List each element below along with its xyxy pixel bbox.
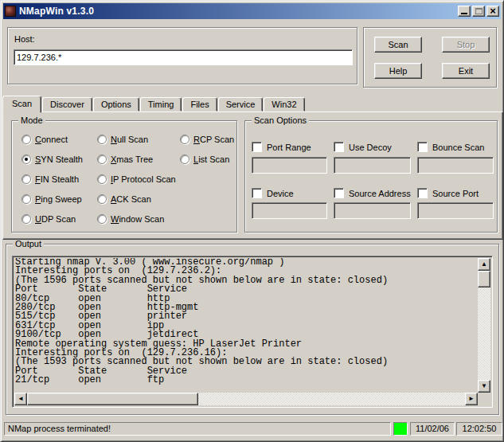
tab-discover[interactable]: Discover [42,97,92,111]
checkbox-use-decoy[interactable]: Use Decoy [334,142,392,152]
radio-ack-scan[interactable]: ACK Scan [97,194,151,204]
radio-icon [97,155,107,164]
checkbox-source-port[interactable]: Source Port [417,188,479,198]
source-port-input[interactable] [417,202,494,219]
use-decoy-input[interactable] [334,157,411,174]
checkbox-device[interactable]: Device [252,188,294,198]
status-indicator [393,422,408,436]
radio-icon [21,174,31,184]
radio-connect[interactable]: Connect [21,135,68,144]
maximize-button[interactable] [472,6,485,17]
radio-icon [21,214,31,224]
close-icon: × [487,6,498,16]
help-button[interactable]: Help [374,63,422,79]
radio-icon [97,135,107,144]
device-input[interactable] [252,202,327,219]
output-group: Output Starting nmap V. 3.00 ( www.insec… [6,244,499,415]
radio-icon [97,194,107,204]
radio-fin-stealth[interactable]: FIN Stealth [21,174,79,184]
vertical-scroll-thumb[interactable] [478,271,490,287]
close-button[interactable]: × [486,6,499,17]
checkbox-icon [252,188,262,198]
horizontal-scroll-thumb[interactable] [27,393,198,405]
scan-options-group: Scan Options Port Range Use Decoy Bounce… [244,120,498,233]
minimize-icon [461,13,467,14]
checkbox-icon [417,188,428,198]
radio-icon [180,155,189,164]
checkbox-icon [252,142,262,152]
output-console[interactable]: Starting nmap V. 3.00 ( www.insecure.org… [12,256,493,408]
radio-null-scan[interactable]: Null Scan [97,135,148,144]
checkbox-bounce-scan[interactable]: Bounce Scan [417,142,484,152]
radio-icon-selected [21,155,31,164]
radio-syn-stealth[interactable]: SYN Stealth [21,155,83,164]
tab-options[interactable]: Options [93,97,139,111]
host-group: Host: [7,27,357,84]
scroll-up-icon[interactable]: ▲ [478,258,490,271]
radio-xmas-tree[interactable]: Xmas Tree [97,155,153,164]
radio-list-scan[interactable]: List Scan [180,155,229,164]
tab-timing[interactable]: Timing [140,97,182,111]
host-input[interactable] [14,49,353,65]
vertical-scrollbar[interactable]: ▲ ▼ [478,258,490,393]
status-bar: NMap process terminated! 11/02/06 12:02:… [3,418,502,439]
tab-files[interactable]: Files [182,97,217,111]
radio-ping-sweep[interactable]: Ping Sweep [21,194,82,204]
radio-udp-scan[interactable]: UDP Scan [21,214,76,224]
radio-icon [180,135,189,144]
minimize-button[interactable] [458,6,471,17]
scan-tab-page: Mode Connect SYN Stealth FIN Stealth Pin… [2,111,503,240]
scan-button[interactable]: Scan [374,37,422,53]
port-range-input[interactable] [252,157,327,174]
radio-rcp-scan[interactable]: RCP Scan [180,135,234,144]
app-window: NMapWin v1.3.0 × Host: Scan Stop Help Ex… [0,0,504,442]
mode-group-title: Mode [18,115,45,126]
checkbox-icon [417,142,428,152]
scrollbar-corner [478,393,490,405]
horizontal-scrollbar[interactable]: ◄ ► [14,393,478,405]
scroll-right-icon[interactable]: ► [465,393,478,405]
checkbox-icon [334,188,344,198]
tab-scan[interactable]: Scan [2,96,41,113]
app-icon[interactable] [5,6,16,17]
checkbox-source-address[interactable]: Source Address [334,188,411,198]
maximize-icon [475,8,483,14]
title-bar[interactable]: NMapWin v1.3.0 × [3,3,501,19]
mode-group: Mode Connect SYN Stealth FIN Stealth Pin… [11,120,237,233]
radio-icon [97,214,107,224]
output-group-title: Output [13,239,44,249]
tab-strip: Scan Discover Options Timing Files Servi… [2,95,502,111]
radio-icon [21,135,31,144]
scroll-down-icon[interactable]: ▼ [478,380,490,393]
bounce-scan-input[interactable] [417,157,494,174]
host-label: Host: [14,34,35,44]
tab-win32[interactable]: Win32 [264,97,304,111]
tab-service[interactable]: Service [218,97,264,111]
status-date: 11/02/06 [410,422,455,436]
stop-button: Stop [442,37,490,53]
source-address-input[interactable] [334,202,411,219]
status-message: NMap process terminated! [4,422,391,436]
radio-icon [21,194,31,204]
actions-group: Scan Stop Help Exit [363,27,497,88]
status-time: 12:02:50 [456,422,502,436]
output-text[interactable]: Starting nmap V. 3.00 ( www.insecure.org… [15,258,477,392]
exit-button[interactable]: Exit [442,63,490,79]
window-title: NMapWin v1.3.0 [19,6,458,17]
radio-icon [97,174,107,184]
radio-window-scan[interactable]: Window Scan [97,214,164,224]
scan-options-title: Scan Options [252,115,309,126]
radio-ip-protocol-scan[interactable]: IP Protocol Scan [97,174,176,184]
checkbox-port-range[interactable]: Port Range [252,142,311,152]
scroll-left-icon[interactable]: ◄ [14,393,27,405]
checkbox-icon [334,142,344,152]
